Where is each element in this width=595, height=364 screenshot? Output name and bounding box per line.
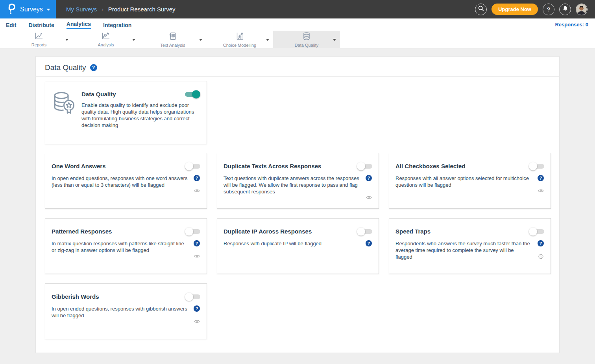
card-title: Patterned Responses <box>52 228 112 235</box>
card-gibberish-words: Gibberish Words In open ended questions,… <box>45 283 207 339</box>
card-description: Responses with all answer options select… <box>395 175 537 193</box>
card-title: One Word Answers <box>52 163 106 169</box>
tab-label: Data Quality <box>295 43 319 48</box>
data-quality-toggle[interactable] <box>185 92 200 97</box>
tab-reports-dropdown[interactable] <box>65 39 68 41</box>
patterned-responses-toggle[interactable] <box>186 229 200 234</box>
breadcrumb-current-survey: Product Research Survey <box>108 6 176 13</box>
card-speed-traps: Speed Traps Respondents who answers the … <box>389 218 551 274</box>
upgrade-now-button[interactable]: Upgrade Now <box>492 4 538 15</box>
eye-icon[interactable] <box>194 189 200 193</box>
tab-label: Analysis <box>98 42 114 47</box>
card-description: Responses with duplicate IP will be flag… <box>224 240 365 247</box>
tab-text-analysis[interactable]: Text Analysis <box>139 31 206 48</box>
one-word-answers-toggle[interactable] <box>186 164 200 169</box>
duplicate-ip-toggle[interactable] <box>358 229 372 234</box>
line-chart-icon <box>34 32 44 42</box>
document-grid-icon <box>168 32 177 42</box>
card-title: Gibberish Words <box>52 293 99 300</box>
tab-label: Text Analysis <box>160 43 185 48</box>
card-title: Speed Traps <box>395 228 431 235</box>
scatter-chart-icon <box>235 32 244 42</box>
card-title: Duplicate IP Across Responses <box>224 228 312 235</box>
data-quality-master-card: Data Quality Enable data quality to iden… <box>45 81 207 144</box>
survey-nav: Edit Distribute Analytics Integration Re… <box>0 18 595 31</box>
eye-icon[interactable] <box>538 189 544 193</box>
database-icon <box>302 32 311 42</box>
help-icon[interactable]: ? <box>366 175 372 181</box>
nav-edit[interactable]: Edit <box>6 22 16 28</box>
product-switcher[interactable]: Surveys <box>0 0 56 18</box>
help-icon[interactable]: ? <box>194 305 200 312</box>
eye-icon[interactable] <box>194 319 200 324</box>
toggle-knob <box>529 228 537 236</box>
toggle-knob <box>185 293 193 301</box>
app-root: Surveys My Surveys › Product Research Su… <box>0 0 595 364</box>
nav-integration[interactable]: Integration <box>103 22 131 28</box>
panel-content: Data Quality Enable data quality to iden… <box>36 77 559 339</box>
duplicate-texts-toggle[interactable] <box>358 164 372 169</box>
help-icon[interactable]: ? <box>194 175 200 181</box>
toggle-knob <box>529 162 537 171</box>
card-description: In matrix question responses with patter… <box>52 240 193 258</box>
card-duplicate-texts: Duplicate Texts Across Responses Text qu… <box>217 153 379 209</box>
tab-choice-modelling[interactable]: Choice Modelling <box>206 31 273 48</box>
toggle-knob <box>185 162 193 171</box>
help-icon[interactable]: ? <box>194 240 200 246</box>
tab-reports[interactable]: Reports <box>6 31 72 48</box>
nav-distribute[interactable]: Distribute <box>28 22 54 28</box>
multi-line-chart-icon <box>101 32 111 42</box>
bell-icon <box>562 6 568 13</box>
tab-analysis[interactable]: Analysis <box>72 31 139 48</box>
card-title: Duplicate Texts Across Responses <box>224 163 321 169</box>
notifications-button[interactable] <box>559 4 571 15</box>
toggle-knob <box>192 90 200 99</box>
chevron-down-icon <box>46 9 50 11</box>
tab-data-quality[interactable]: Data Quality <box>273 31 340 48</box>
card-all-checkboxes: All Checkboxes Selected Responses with a… <box>389 153 551 209</box>
tab-choice-modelling-dropdown[interactable] <box>266 39 269 41</box>
card-one-word-answers: One Word Answers In open ended questions… <box>45 153 207 209</box>
rules-grid: One Word Answers In open ended questions… <box>45 153 552 339</box>
tab-data-quality-dropdown[interactable] <box>333 39 336 41</box>
breadcrumb: My Surveys › Product Research Survey <box>66 0 176 18</box>
card-patterned-responses: Patterned Responses In matrix question r… <box>45 218 207 274</box>
panel-header: Data Quality ? <box>36 57 559 77</box>
help-button[interactable]: ? <box>543 4 554 15</box>
page-help-icon[interactable]: ? <box>90 64 97 71</box>
search-icon <box>478 6 484 13</box>
search-button[interactable] <box>475 4 487 15</box>
help-icon[interactable]: ? <box>538 175 544 181</box>
card-duplicate-ip: Duplicate IP Across Responses Responses … <box>217 218 379 274</box>
card-title: All Checkboxes Selected <box>395 163 466 169</box>
breadcrumb-separator: › <box>102 6 103 12</box>
breadcrumb-my-surveys[interactable]: My Surveys <box>66 6 97 13</box>
responses-count: Responses: 0 <box>555 22 588 28</box>
nav-analytics[interactable]: Analytics <box>67 20 91 29</box>
topbar: Surveys My Surveys › Product Research Su… <box>0 0 595 18</box>
question-mark-icon: ? <box>547 6 550 13</box>
user-avatar[interactable] <box>576 4 588 15</box>
eye-icon[interactable] <box>194 254 200 258</box>
master-card-title: Data Quality <box>81 91 116 97</box>
toggle-knob <box>357 228 365 236</box>
tab-label: Reports <box>31 42 47 47</box>
tab-text-analysis-dropdown[interactable] <box>199 39 202 41</box>
tab-analysis-dropdown[interactable] <box>132 39 135 41</box>
gibberish-words-toggle[interactable] <box>186 294 200 299</box>
clock-icon[interactable] <box>538 254 543 259</box>
eye-icon[interactable] <box>366 195 372 200</box>
speed-traps-toggle[interactable] <box>530 229 544 234</box>
card-description: In open ended questions, responses with … <box>52 175 193 193</box>
toggle-knob <box>185 228 193 236</box>
toggle-knob <box>357 162 365 171</box>
help-icon[interactable]: ? <box>366 240 372 246</box>
data-quality-panel: Data Quality ? <box>35 56 560 353</box>
help-icon[interactable]: ? <box>538 240 544 246</box>
card-description: Respondents who answers the survey much … <box>395 240 537 260</box>
tab-label: Choice Modelling <box>223 43 256 48</box>
questionpro-logo-icon <box>6 3 17 16</box>
card-description: Text questions with duplicate answers ac… <box>224 175 365 200</box>
page-title: Data Quality <box>45 63 86 72</box>
all-checkboxes-toggle[interactable] <box>530 164 544 169</box>
